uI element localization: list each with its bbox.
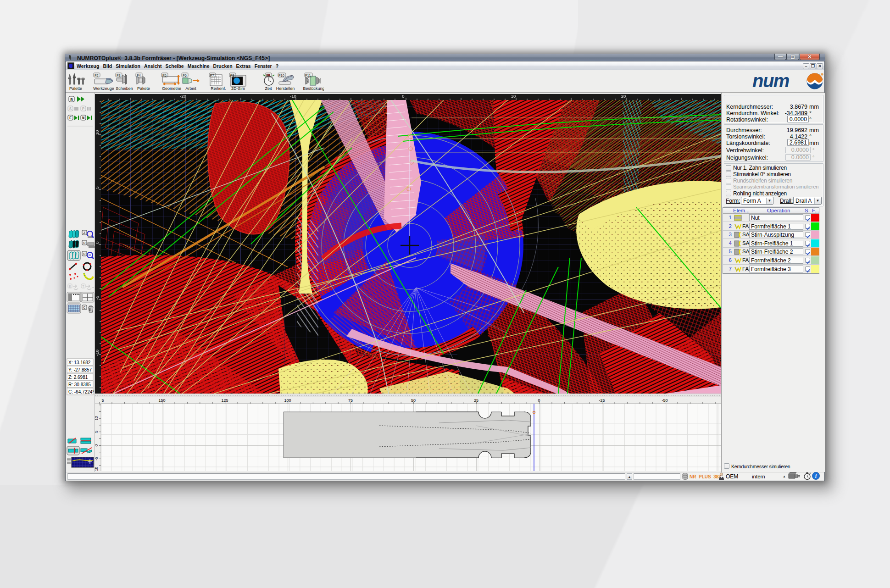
svg-text:-5: -5	[95, 457, 99, 460]
svg-text:125: 125	[221, 398, 228, 403]
svg-text:-10: -10	[95, 349, 100, 356]
svg-text:10: 10	[511, 94, 516, 99]
svg-text:Bestückung: Bestückung	[303, 86, 324, 91]
svg-text:25: 25	[474, 398, 478, 403]
svg-text:75: 75	[348, 398, 353, 403]
svg-text:-10: -10	[290, 94, 296, 99]
svg-text:0: 0	[538, 398, 540, 403]
svg-text:-20: -20	[180, 94, 186, 99]
svg-text:150: 150	[158, 398, 165, 403]
svg-text:-10: -10	[95, 467, 99, 471]
svg-text:Palette: Palette	[69, 86, 82, 91]
svg-text:F8: F8	[230, 73, 234, 78]
svg-text:S: S	[69, 107, 72, 111]
svg-text:F3: F3	[117, 73, 121, 78]
svg-text:F4: F4	[137, 73, 141, 78]
svg-text:F9: F9	[266, 73, 270, 78]
svg-text:Z: Z	[83, 231, 86, 235]
svg-text:20: 20	[621, 94, 626, 99]
svg-text:F6: F6	[183, 73, 187, 78]
svg-text:10: 10	[95, 416, 99, 421]
svg-text:100: 100	[284, 398, 291, 403]
svg-text:Reihenf.: Reihenf.	[211, 86, 226, 91]
svg-text:F: F	[69, 116, 72, 121]
svg-text:Pakete: Pakete	[137, 86, 150, 91]
svg-text:F2: F2	[95, 73, 99, 78]
svg-text:N: N	[82, 116, 84, 121]
svg-text:Werkzeuge: Werkzeuge	[93, 86, 114, 91]
svg-text:10: 10	[95, 130, 100, 135]
svg-text:Herstellen: Herstellen	[276, 86, 295, 91]
svg-text:Z: 2.6981: Z: 2.6981	[68, 375, 88, 380]
svg-text:5: 5	[95, 186, 100, 189]
svg-text:0: 0	[95, 444, 99, 446]
svg-text:R: R	[70, 98, 73, 102]
svg-text:Zeit: Zeit	[265, 86, 272, 91]
svg-text:C: C	[83, 305, 86, 310]
svg-text:R: 30.8385: R: 30.8385	[68, 382, 91, 387]
svg-text:Arbeit: Arbeit	[185, 86, 196, 91]
svg-text:U: U	[83, 252, 86, 256]
svg-text:5: 5	[95, 430, 99, 433]
svg-text:F10: F10	[278, 73, 284, 78]
svg-text:C: -64.7224°: C: -64.7224°	[68, 389, 94, 394]
svg-text:E: E	[69, 285, 71, 288]
svg-text:F7: F7	[210, 73, 214, 78]
svg-text:2D-Sim: 2D-Sim	[231, 86, 245, 91]
svg-text:F11: F11	[305, 73, 311, 78]
svg-text:Scheiben: Scheiben	[116, 86, 133, 91]
svg-text:0: 0	[95, 241, 100, 244]
svg-text:X: 13.1682: X: 13.1682	[68, 360, 91, 365]
svg-text:-25: -25	[599, 398, 605, 403]
svg-text:O: O	[83, 241, 86, 245]
svg-text:num: num	[752, 72, 789, 91]
svg-text:Geometrie: Geometrie	[162, 86, 181, 91]
svg-text:-5: -5	[95, 296, 100, 300]
svg-text:5: 5	[101, 398, 104, 403]
svg-text:50: 50	[411, 398, 416, 403]
svg-text:Y: -27.8857: Y: -27.8857	[68, 367, 92, 372]
svg-text:0: 0	[402, 94, 404, 99]
svg-text:-50: -50	[662, 398, 668, 403]
svg-text:T: T	[82, 285, 84, 288]
svg-text:P: P	[82, 107, 84, 111]
svg-text:F5: F5	[162, 73, 167, 78]
